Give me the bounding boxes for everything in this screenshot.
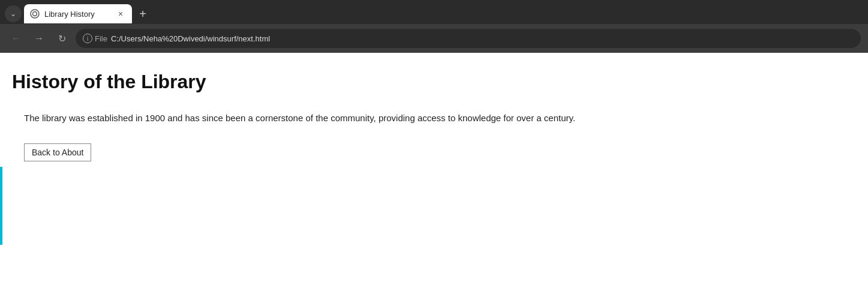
dropdown-icon: ⌄: [10, 10, 16, 18]
back-to-about-button[interactable]: Back to About: [24, 143, 91, 161]
svg-point-0: [31, 10, 39, 18]
page-paragraph: The library was established in 1900 and …: [12, 111, 856, 125]
info-icon: i: [83, 34, 92, 43]
svg-point-1: [33, 12, 37, 16]
tab-bar: ⌄ Library History × +: [0, 0, 868, 24]
page-content: History of the Library The library was e…: [0, 53, 868, 293]
page-title: History of the Library: [12, 71, 856, 93]
plus-icon: +: [139, 7, 146, 21]
browser-chrome: ⌄ Library History × + ← → ↻: [0, 0, 868, 53]
forward-nav-button[interactable]: →: [30, 29, 48, 47]
tab-favicon-icon: [30, 9, 40, 19]
address-bar-row: ← → ↻ i File C:/Users/Neha%20Dwivedi/win…: [0, 24, 868, 53]
scheme-label: File: [95, 34, 107, 43]
tab-close-button[interactable]: ×: [115, 8, 126, 19]
back-nav-button[interactable]: ←: [7, 29, 25, 47]
close-icon: ×: [118, 9, 123, 19]
active-tab[interactable]: Library History ×: [24, 4, 132, 23]
left-border-accent: [0, 167, 2, 245]
reload-icon: ↻: [58, 33, 66, 44]
new-tab-button[interactable]: +: [134, 5, 151, 22]
address-url: C:/Users/Neha%20Dwivedi/windsurf/next.ht…: [111, 34, 854, 43]
forward-arrow-icon: →: [34, 33, 44, 44]
address-bar[interactable]: i File C:/Users/Neha%20Dwivedi/windsurf/…: [76, 29, 861, 48]
back-arrow-icon: ←: [11, 33, 21, 44]
tab-dropdown-button[interactable]: ⌄: [5, 5, 22, 22]
reload-button[interactable]: ↻: [53, 29, 71, 47]
tab-title: Library History: [44, 10, 110, 19]
address-scheme: i File: [83, 34, 107, 43]
